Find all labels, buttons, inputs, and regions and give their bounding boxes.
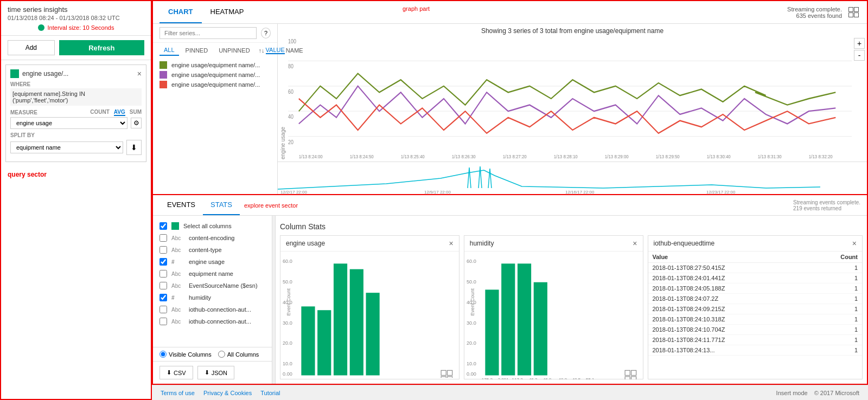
svg-text:-2.83: -2.83 xyxy=(314,377,324,378)
col-type-4: Abc xyxy=(171,271,184,277)
csv-export-button[interactable]: ⬇ CSV xyxy=(159,366,193,379)
filter-series-input[interactable] xyxy=(159,27,257,39)
measure-gear-button[interactable]: ⚙ xyxy=(131,118,142,128)
row-4-count: 1 xyxy=(831,295,858,302)
humidity-title: humidity xyxy=(470,240,494,247)
iothub-title: iothub-enqueuedtime xyxy=(654,240,715,247)
row-8-value: 2018-01-13T08:24:11.771Z xyxy=(653,337,831,343)
column-footer: Visible Columns All Columns xyxy=(153,347,272,361)
svg-text:81.2: 81.2 xyxy=(375,377,384,378)
series-item-3: engine usage/equipment name/... xyxy=(159,80,271,89)
engine-usage-chart-body: 60.0 50.0 40.0 30.0 20.0 10.0 0.00 Event… xyxy=(280,251,459,379)
col-name-8: iothub-connection-aut... xyxy=(189,318,251,325)
col-checkbox-2[interactable] xyxy=(159,246,167,254)
chart-svg-container: 100 80 60 40 20 xyxy=(288,36,852,162)
overview-svg: 12/2/17 22:00 12/9/17 22:00 12/16/17 22:… xyxy=(278,162,867,194)
humidity-close-button[interactable]: × xyxy=(633,239,637,248)
insert-mode-label: Insert mode xyxy=(776,390,808,396)
row-6-value: 2018-01-13T08:24:10.318Z xyxy=(653,316,831,322)
table-row-5: 2018-01-13T08:24:09.215Z 1 xyxy=(648,304,863,314)
col-checkbox-6[interactable] xyxy=(159,294,167,301)
col-item-7: Abc iothub-connection-aut... xyxy=(153,304,272,315)
col-header-count: Count xyxy=(831,254,858,260)
add-button[interactable]: Add xyxy=(8,40,55,55)
chart-area: CHART HEATMAP graph part Streaming compl… xyxy=(152,0,868,195)
all-radio[interactable] xyxy=(218,351,225,358)
terms-link[interactable]: Terms of use xyxy=(161,390,195,396)
series-tab-all[interactable]: ALL xyxy=(159,45,179,56)
table-row-9: 2018-01-13T08:24:13... 1 xyxy=(648,345,863,356)
col-name-3: engine usage xyxy=(189,259,225,265)
grid-cell-4 xyxy=(854,12,859,17)
tutorial-link[interactable]: Tutorial xyxy=(260,390,280,396)
tab-heatmap[interactable]: HEATMAP xyxy=(202,1,253,23)
series-name-2: engine usage/equipment name/... xyxy=(171,72,260,78)
svg-rect-64 xyxy=(631,377,636,379)
svg-text:-46.3: -46.3 xyxy=(527,377,538,379)
where-label: WHERE xyxy=(10,81,142,87)
split-by-select[interactable]: equipment name xyxy=(10,141,123,153)
col-name-1: content-encoding xyxy=(189,235,234,241)
col-checkbox-5[interactable] xyxy=(159,282,167,289)
chart-grid-icon[interactable] xyxy=(848,7,860,17)
column-list-container: Select all columns Abc content-encoding … xyxy=(153,216,272,384)
refresh-button[interactable]: Refresh xyxy=(59,40,144,55)
col-checkbox-1[interactable] xyxy=(159,234,167,242)
svg-text:-109: -109 xyxy=(388,377,398,378)
export-buttons: ⬇ CSV ⬇ JSON xyxy=(153,361,272,384)
privacy-link[interactable]: Privacy & Cookies xyxy=(203,390,252,396)
svg-rect-61 xyxy=(625,370,630,375)
table-row-4: 2018-01-13T08:24:07.2Z 1 xyxy=(648,294,863,304)
query-color-indicator xyxy=(10,69,19,78)
tab-chart[interactable]: CHART xyxy=(159,1,202,23)
col-checkbox-all[interactable] xyxy=(159,222,167,230)
engine-usage-close-button[interactable]: × xyxy=(449,239,454,248)
tab-stats[interactable]: STATS xyxy=(203,195,240,215)
tab-events[interactable]: EVENTS xyxy=(159,195,203,215)
table-row-8: 2018-01-13T08:24:11.771Z 1 xyxy=(648,335,863,345)
svg-text:1/13 8:32:20: 1/13 8:32:20 xyxy=(809,154,833,160)
svg-text:40: 40 xyxy=(288,113,293,120)
measure-select[interactable]: engine usage xyxy=(10,117,127,129)
iothub-table-rows: 2018-01-13T08:27:50.415Z 1 2018-01-13T08… xyxy=(648,263,863,379)
event-body: Select all columns Abc content-encoding … xyxy=(153,216,867,384)
series-color-3 xyxy=(159,81,167,88)
col-checkbox-8[interactable] xyxy=(159,318,167,325)
svg-text:1/13 8:29:00: 1/13 8:29:00 xyxy=(605,154,629,160)
count-label: COUNT xyxy=(90,109,110,116)
svg-text:60: 60 xyxy=(288,88,293,95)
col-checkbox-7[interactable] xyxy=(159,306,167,313)
download-json-icon: ⬇ xyxy=(205,369,209,376)
filter-help-button[interactable]: ? xyxy=(261,28,271,38)
col-item-4: Abc equipment name xyxy=(153,268,272,280)
col-checkbox-4[interactable] xyxy=(159,270,167,278)
visible-columns-checkbox[interactable]: Visible Columns xyxy=(159,351,212,358)
split-by-download-button[interactable]: ⬇ xyxy=(126,140,142,155)
series-item-1: engine usage/equipment name/... xyxy=(159,60,271,70)
zoom-in-button[interactable]: + xyxy=(854,38,865,49)
svg-text:20: 20 xyxy=(288,139,293,145)
series-tab-pinned[interactable]: PINNED xyxy=(181,46,213,55)
series-item-2: engine usage/equipment name/... xyxy=(159,70,271,80)
iothub-close-button[interactable]: × xyxy=(852,239,857,248)
query-close-icon[interactable]: × xyxy=(137,69,142,78)
svg-text:55.1: 55.1 xyxy=(586,377,595,379)
engine-usage-title: engine usage xyxy=(286,240,325,247)
json-export-button[interactable]: ⬇ JSON xyxy=(197,366,234,379)
bar-5 xyxy=(366,293,380,375)
all-columns-checkbox[interactable]: All Columns xyxy=(218,351,259,358)
svg-text:1/13 8:25:40: 1/13 8:25:40 xyxy=(401,154,425,160)
visible-radio[interactable] xyxy=(159,351,167,358)
events-found: 635 events found xyxy=(787,12,842,19)
svg-text:100: 100 xyxy=(288,38,296,44)
zoom-out-button[interactable]: - xyxy=(854,50,865,61)
col-item-3: # engine usage xyxy=(153,256,272,268)
bottom-bar-right: Insert mode © 2017 Microsoft xyxy=(776,390,859,396)
humidity-chart-card: humidity × 60.0 50.0 40.0 30.0 xyxy=(464,235,643,379)
series-tab-unpinned[interactable]: UNPINNED xyxy=(214,46,254,55)
col-checkbox-3[interactable] xyxy=(159,258,167,266)
interval-control: Interval size: 10 Seconds xyxy=(8,24,144,31)
iothub-table-card: iothub-enqueuedtime × Value Count 2018-0… xyxy=(648,235,863,379)
svg-rect-63 xyxy=(625,377,630,379)
svg-text:1/13 8:27:20: 1/13 8:27:20 xyxy=(503,154,527,160)
